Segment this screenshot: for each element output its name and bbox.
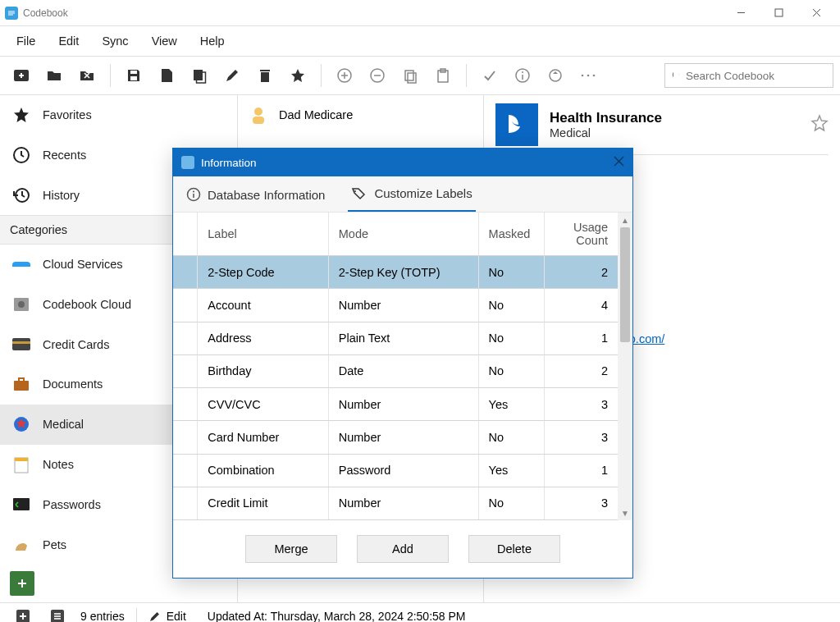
tab-database-information[interactable]: Database Information (183, 179, 328, 212)
svg-rect-61 (181, 156, 194, 169)
svg-rect-2 (775, 9, 783, 16)
tab-customize-labels[interactable]: Customize Labels (348, 178, 475, 212)
svg-point-25 (522, 71, 523, 73)
tags-icon (351, 187, 368, 200)
star-icon (11, 105, 31, 125)
scroll-up-icon[interactable]: ▲ (618, 213, 632, 227)
delete-folder-button[interactable] (72, 61, 102, 90)
search-input[interactable] (684, 69, 826, 83)
menu-help[interactable]: Help (189, 30, 236, 53)
svg-point-29 (587, 75, 590, 77)
checkmark-button[interactable] (475, 61, 504, 90)
svg-rect-41 (12, 341, 30, 344)
info-icon (186, 187, 201, 202)
svg-rect-20 (405, 71, 413, 80)
sync-button[interactable] (541, 61, 570, 90)
svg-rect-47 (15, 458, 28, 461)
menu-view[interactable]: View (140, 30, 189, 53)
copy-button[interactable] (395, 61, 425, 90)
svg-point-30 (593, 75, 596, 77)
table-row[interactable]: BirthdayDateNo2 (173, 354, 618, 387)
duplicate-button[interactable] (185, 61, 214, 90)
svg-rect-9 (130, 76, 137, 80)
scroll-down-icon[interactable]: ▼ (618, 505, 632, 520)
svg-marker-33 (14, 107, 29, 122)
column-header-label[interactable]: Label (198, 213, 328, 256)
clipboard-button[interactable] (428, 61, 458, 90)
menubar: File Edit Sync View Help (0, 26, 840, 56)
svg-point-39 (18, 301, 25, 308)
footer-edit-button[interactable]: Edit (148, 610, 186, 623)
table-scrollbar[interactable]: ▲ ▼ (618, 213, 632, 520)
column-header-count[interactable]: Usage Count (545, 213, 618, 256)
app-title: Codebook (23, 7, 68, 19)
card-icon (11, 335, 31, 354)
terminal-icon (11, 495, 31, 515)
svg-rect-12 (261, 72, 269, 82)
scroll-thumb[interactable] (620, 227, 630, 342)
dialog-titlebar[interactable]: Information (173, 149, 632, 176)
column-header-mode[interactable]: Mode (328, 213, 478, 256)
trash-button[interactable] (250, 61, 280, 90)
add-button[interactable]: Add (357, 535, 449, 563)
information-dialog: Information Database Information Customi… (172, 148, 633, 579)
svg-point-67 (354, 190, 356, 192)
cloud-icon (11, 254, 31, 274)
edit-button[interactable] (217, 61, 247, 90)
menu-file[interactable]: File (5, 30, 47, 53)
open-folder-button[interactable] (39, 61, 69, 90)
app-icon (5, 7, 18, 20)
svg-point-65 (193, 191, 194, 193)
save-button[interactable] (119, 61, 148, 90)
svg-rect-10 (194, 70, 203, 80)
search-box[interactable] (664, 63, 833, 88)
pet-icon (11, 535, 31, 555)
svg-rect-8 (130, 71, 137, 74)
zoom-out-button[interactable] (363, 61, 392, 90)
new-file-button[interactable] (152, 61, 181, 90)
favorite-button[interactable] (283, 61, 313, 90)
svg-rect-52 (253, 117, 264, 124)
svg-rect-13 (260, 70, 270, 71)
column-header-masked[interactable]: Masked (478, 213, 545, 256)
maximize-button[interactable] (760, 0, 797, 26)
add-folder-button[interactable] (7, 61, 36, 90)
dialog-icon (181, 156, 194, 169)
svg-point-28 (582, 75, 584, 77)
table-row[interactable]: Credit LimitNumberNo3 (173, 487, 618, 519)
detail-subtitle: Medical (550, 126, 662, 139)
menu-edit[interactable]: Edit (47, 30, 90, 53)
svg-point-51 (254, 107, 262, 116)
more-button[interactable] (573, 61, 603, 90)
table-row[interactable]: 2-Step Code2-Step Key (TOTP)No2 (173, 256, 618, 289)
dialog-close-button[interactable] (614, 156, 624, 169)
sidebar-favorites[interactable]: Favorites (0, 95, 237, 135)
zoom-in-button[interactable] (330, 61, 359, 90)
dialog-tabs: Database Information Customize Labels (173, 176, 632, 213)
table-row[interactable]: Card NumberNumberNo3 (173, 421, 618, 454)
category-avatar-icon (495, 103, 538, 146)
minimize-button[interactable] (722, 0, 760, 26)
clock-icon (11, 145, 31, 165)
chevron-down-icon[interactable] (678, 71, 679, 80)
delete-button[interactable]: Delete (468, 535, 560, 563)
table-row[interactable]: CombinationPasswordYes1 (173, 454, 618, 487)
add-category-button[interactable] (10, 571, 34, 596)
svg-rect-21 (408, 73, 416, 83)
favorite-toggle[interactable] (810, 114, 829, 135)
detail-title: Health Insurance (550, 110, 662, 126)
info-button[interactable] (508, 61, 537, 90)
labels-table[interactable]: Label Mode Masked Usage Count 2-Step Cod… (173, 213, 618, 520)
entry-item[interactable]: Dad Medicare (238, 95, 483, 135)
medical-icon (11, 414, 31, 434)
footer-add-button[interactable] (11, 605, 34, 623)
close-button[interactable] (797, 0, 835, 26)
footer-list-button[interactable] (46, 605, 69, 623)
menu-sync[interactable]: Sync (90, 30, 139, 53)
merge-button[interactable]: Merge (245, 535, 337, 563)
table-row[interactable]: AccountNumberNo4 (173, 289, 618, 322)
history-icon (11, 185, 31, 205)
svg-rect-37 (12, 267, 30, 270)
table-row[interactable]: AddressPlain TextNo1 (173, 322, 618, 354)
table-row[interactable]: CVV/CVCNumberYes3 (173, 388, 618, 421)
